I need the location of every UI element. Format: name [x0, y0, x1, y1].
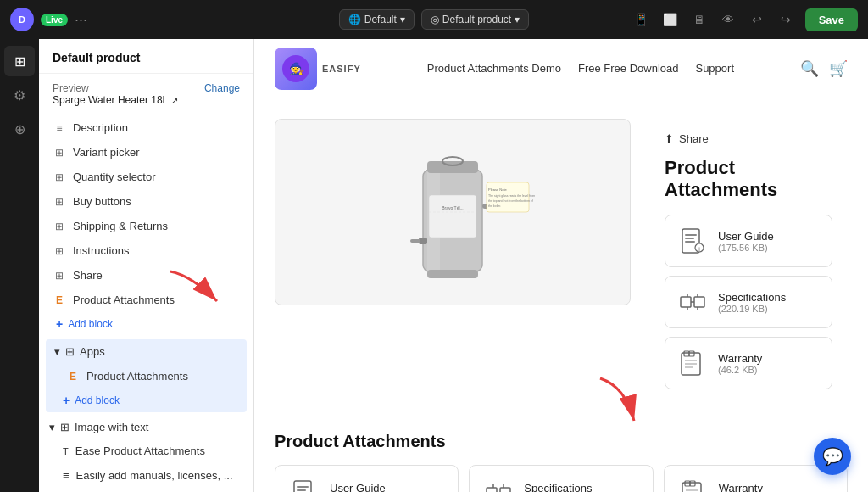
chat-bubble[interactable]: 💬	[814, 438, 851, 475]
menu-item-product-attach[interactable]: E Product Attachments	[39, 288, 253, 312]
right-panel-title: Product Attachments	[665, 157, 832, 201]
apps-label: Apps	[80, 345, 105, 358]
bottom-attach-specs[interactable]: Specifications (220.19 KB)	[469, 465, 653, 492]
tablet-icon[interactable]: ⬜	[658, 7, 683, 32]
sidebar-sections-icon[interactable]: ⊞	[4, 46, 35, 76]
image-section-label: Image with text	[75, 421, 148, 433]
share-label: Share	[679, 132, 709, 145]
apps-chevron: ▾	[54, 345, 60, 358]
nav-link-download[interactable]: Free Free Download	[578, 62, 679, 75]
left-panel: Default product Preview Change Sparge Wa…	[39, 39, 254, 492]
svg-rect-43	[487, 488, 497, 492]
bottom-attach-user-guide[interactable]: i User Guide (175.56 KB)	[275, 465, 459, 492]
image-item-button[interactable]: ⊞ Button	[39, 488, 253, 492]
nav-link-support[interactable]: Support	[695, 62, 734, 75]
bottom-user-guide-text: User Guide (175.56 KB)	[330, 482, 386, 493]
bottom-user-guide-icon: i	[289, 478, 320, 492]
specs-name: Specifications	[718, 291, 786, 304]
right-attach-user-guide[interactable]: i User Guide (175.56 KB)	[665, 215, 832, 267]
apps-product-attach[interactable]: E Product Attachments	[46, 364, 247, 389]
panel-title: Default product	[39, 39, 253, 74]
image-item-easily[interactable]: ≡ Easily add manuals, licenses, ...	[39, 463, 253, 488]
user-guide-size: (175.56 KB)	[718, 243, 774, 253]
image-section-icon: ⊞	[60, 421, 70, 433]
right-attach-warranty[interactable]: Warranty (46.2 KB)	[665, 337, 832, 389]
nav-link-demo[interactable]: Product Attachments Demo	[427, 62, 561, 75]
desktop-icon[interactable]: 🖥	[687, 7, 712, 32]
free-label: Free	[578, 62, 604, 75]
undo-icon[interactable]: ↩	[744, 7, 770, 32]
easily-icon: ≡	[63, 469, 70, 482]
menu-item-description[interactable]: ≡ Description	[39, 115, 253, 140]
menu-item-quantity[interactable]: ⊞ Quantity selector	[39, 165, 253, 189]
warranty-name: Warranty	[718, 352, 762, 365]
image-item-ease[interactable]: T Ease Product Attachments	[39, 439, 253, 463]
apps-header[interactable]: ▾ ⊞ Apps	[46, 339, 247, 364]
svg-rect-25	[694, 297, 704, 307]
description-icon: ≡	[53, 122, 66, 134]
svg-rect-9	[429, 195, 476, 238]
save-button[interactable]: Save	[805, 8, 858, 31]
svg-rect-24	[681, 297, 691, 307]
eye-icon[interactable]: 👁	[715, 7, 741, 32]
right-attach-specs[interactable]: Specifications (220.19 KB)	[665, 276, 832, 328]
topbar-left: D Live ···	[10, 8, 288, 31]
warranty-text: Warranty (46.2 KB)	[718, 352, 762, 375]
change-link[interactable]: Change	[204, 82, 240, 94]
warranty-size: (46.2 KB)	[718, 365, 762, 375]
ease-label: Ease Product Attachments	[75, 444, 205, 457]
quantity-icon: ⊞	[53, 171, 66, 183]
user-guide-name: User Guide	[718, 230, 774, 243]
product-selector[interactable]: ◎ Default product ▾	[421, 9, 529, 30]
svg-text:The sight glass reads the leve: The sight glass reads the level from	[488, 194, 535, 198]
nav-search-icon[interactable]: 🔍	[800, 59, 819, 78]
menu-item-instructions[interactable]: ⊞ Instructions	[39, 238, 253, 263]
menu-items: ≡ Description ⊞ Variant picker ⊞ Quantit…	[39, 115, 253, 312]
svg-rect-8	[410, 239, 420, 243]
svg-text:Please Note: Please Note	[488, 187, 508, 192]
product-attach-icon: E	[53, 294, 66, 306]
store-label: Default	[364, 14, 397, 25]
easily-label: Easily add manuals, licenses, ...	[76, 469, 233, 482]
menu-item-buy[interactable]: ⊞ Buy buttons	[39, 189, 253, 214]
menu-item-shipping[interactable]: ⊞ Shipping & Returns	[39, 214, 253, 238]
sidebar-settings-icon[interactable]: ⚙	[4, 80, 35, 110]
image-section-header[interactable]: ▾ ⊞ Image with text	[39, 416, 253, 439]
redo-icon[interactable]: ↪	[773, 7, 798, 32]
user-avatar: D	[10, 8, 34, 31]
mobile-icon[interactable]: 📱	[629, 7, 654, 32]
image-chevron: ▾	[49, 421, 55, 433]
topbar-center: 🌐 Default ▾ ◎ Default product ▾	[295, 9, 573, 30]
more-options-icon[interactable]: ···	[75, 11, 87, 29]
nav-cart-icon[interactable]: 🛒	[829, 59, 848, 78]
svg-rect-19	[685, 234, 697, 236]
add-block-button-1[interactable]: + Add block	[39, 312, 253, 336]
svg-rect-5	[427, 270, 478, 278]
menu-item-variant[interactable]: ⊞ Variant picker	[39, 140, 253, 165]
chevron-down-icon-2: ▾	[515, 14, 520, 25]
bottom-specs-icon	[483, 478, 514, 492]
chevron-down-icon: ▾	[400, 14, 405, 25]
svg-text:the top and not from the botto: the top and not from the bottom of	[488, 199, 533, 203]
apps-section-icon: ⊞	[65, 345, 75, 358]
share-menu-label: Share	[73, 269, 103, 282]
specs-text: Specifications (220.19 KB)	[718, 291, 786, 314]
add-block-button-apps[interactable]: + Add block	[46, 389, 247, 412]
instructions-icon: ⊞	[53, 245, 66, 257]
store-selector[interactable]: 🌐 Default ▾	[339, 9, 415, 30]
plus-icon-1: +	[56, 317, 63, 331]
external-link-icon: ↗	[171, 96, 178, 105]
svg-rect-51	[685, 481, 690, 486]
download-label: Free Download	[604, 62, 678, 75]
image-section: ▾ ⊞ Image with text T Ease Product Attac…	[39, 416, 253, 492]
add-block-label-apps: Add block	[75, 394, 120, 406]
product-layout: Bravo Tél... Please Note The sight glass…	[254, 98, 868, 432]
share-menu-icon: ⊞	[53, 270, 66, 282]
specs-icon	[677, 287, 708, 317]
product-image-area: Bravo Tél... Please Note The sight glass…	[275, 119, 631, 411]
sidebar-apps-icon[interactable]: ⊕	[4, 114, 35, 144]
view-toolbar: 📱 ⬜ 🖥 👁 ↩ ↪	[629, 7, 798, 32]
menu-item-share[interactable]: ⊞ Share	[39, 263, 253, 288]
share-button[interactable]: ⬆ Share	[665, 132, 832, 145]
bottom-title: Product Attachments	[275, 432, 848, 451]
